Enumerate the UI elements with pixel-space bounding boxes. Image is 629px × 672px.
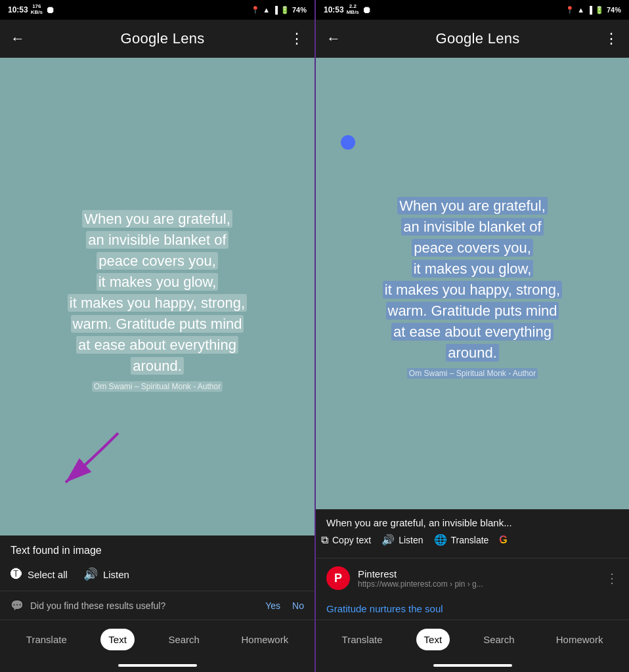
feedback-bar: 💬 Did you find these results useful? Yes… (0, 591, 314, 620)
bottom-panel-left: Text found in image 🅣 Select all 🔊 Liste… (0, 536, 314, 620)
nav-translate-right[interactable]: Translate (334, 629, 391, 650)
result-url: https://www.pinterest.com › pin › g... (358, 579, 597, 589)
selection-handle (341, 135, 355, 150)
status-bar-right: 10:53 2.2 MB/s ⏺ 📍 ▲ ▐ 🔋 74% (316, 0, 629, 20)
google-text-left: Google (120, 30, 172, 47)
back-button-left[interactable]: ← (11, 30, 25, 47)
result-menu-icon[interactable]: ⋮ (605, 570, 618, 586)
quote-highlight-3: peace covers you, (97, 252, 218, 270)
bottom-panel-right: When you are grateful, an invisible blan… (316, 509, 629, 620)
nav-homework-left[interactable]: Homework (234, 629, 297, 650)
status-left: 10:53 176 KB/s ⏺ (8, 4, 54, 16)
lens-text-left: Lens (173, 30, 205, 47)
menu-button-left[interactable]: ⋮ (290, 30, 304, 47)
select-all-button[interactable]: 🅣 Select all (11, 568, 68, 581)
status-right-right: 📍 ▲ ▐ 🔋 74% (565, 6, 621, 14)
quote-text-left: When you are grateful, an invisible blan… (68, 209, 247, 376)
data-speed-left: 176 KB/s (31, 4, 43, 16)
record-icon-left: ⏺ (45, 5, 54, 15)
copy-text-button[interactable]: ⧉ Copy text (321, 534, 371, 546)
battery-icon-left: 🔋 (280, 6, 290, 14)
status-right-left: 📍 ▲ ▐ 🔋 74% (251, 6, 307, 14)
listen-button-left[interactable]: 🔊 Listen (83, 567, 129, 581)
translate-icon-right: 🌐 (434, 534, 447, 546)
home-indicator-right (316, 659, 629, 672)
bottom-nav-right: Translate Text Search Homework (316, 620, 629, 659)
location-icon-left: 📍 (251, 6, 260, 14)
yes-button[interactable]: Yes (265, 600, 280, 611)
quote-highlight-6: warm. Gratitude puts mind (71, 315, 244, 333)
quote-highlight-4: it makes you glow, (97, 273, 219, 291)
select-all-label: Select all (28, 569, 68, 580)
lens-text-right: Lens (488, 30, 520, 47)
quote-highlight-r3: peace covers you, (412, 239, 533, 257)
right-panel: 10:53 2.2 MB/s ⏺ 📍 ▲ ▐ 🔋 74% ← Google Le… (314, 0, 629, 672)
home-indicator-left (0, 659, 314, 672)
battery-pct-right: 74% (607, 6, 621, 14)
quote-highlight-1: When you are grateful, (82, 210, 232, 228)
nav-text-left[interactable]: Text (100, 629, 135, 650)
quote-text-right: When you are grateful, an invisible blan… (383, 196, 562, 363)
text-found-bar: Text found in image (0, 536, 314, 562)
author-text-left: Om Swami – Spiritual Monk - Author (92, 382, 223, 391)
nav-search-left[interactable]: Search (160, 629, 207, 650)
quote-highlight-r2: an invisible blanket of (401, 218, 543, 236)
text-found-label: Text found in image (11, 545, 102, 556)
top-bar-right: ← Google Lens ⋮ (316, 20, 629, 58)
signal-icon-left: ▐ (272, 6, 278, 14)
record-icon-right: ⏺ (362, 5, 371, 15)
author-highlight-right: Om Swami – Spiritual Monk - Author (407, 368, 538, 379)
google-g-icon: G (499, 534, 507, 546)
menu-button-right[interactable]: ⋮ (604, 30, 618, 47)
image-area-right: When you are grateful, an invisible blan… (316, 58, 629, 509)
translate-label-right: Translate (451, 535, 489, 545)
action-bar-left: 🅣 Select all 🔊 Listen (0, 562, 314, 591)
wifi-icon-right: ▲ (577, 6, 584, 14)
translate-button-right[interactable]: 🌐 Translate (434, 534, 489, 546)
quote-highlight-7: at ease about everything (76, 336, 238, 354)
back-button-right[interactable]: ← (326, 30, 341, 47)
google-button-right[interactable]: G (499, 534, 507, 546)
top-bar-left: ← Google Lens ⋮ (0, 20, 314, 58)
location-icon-right: 📍 (565, 6, 575, 14)
copy-text-label: Copy text (332, 535, 371, 545)
bottom-nav-left: Translate Text Search Homework (0, 620, 314, 659)
nav-text-right[interactable]: Text (416, 629, 450, 650)
battery-pct-left: 74% (292, 6, 307, 14)
quote-highlight-r4: it makes you glow, (412, 260, 534, 278)
nav-indicator-left (118, 664, 197, 667)
quote-highlight-8: around. (131, 357, 184, 375)
preview-text: When you are grateful, an invisible blan… (316, 509, 629, 528)
feedback-text: Did you find these results useful? (30, 600, 253, 611)
nav-homework-right[interactable]: Homework (548, 629, 611, 650)
nav-translate-left[interactable]: Translate (18, 629, 75, 650)
author-text-right: Om Swami – Spiritual Monk - Author (407, 369, 538, 378)
data-speed-right: 2.2 MB/s (347, 4, 359, 16)
time-left: 10:53 (8, 5, 28, 14)
status-left-right: 10:53 2.2 MB/s ⏺ (324, 4, 371, 16)
listen-icon-right: 🔊 (381, 534, 395, 546)
listen-button-right[interactable]: 🔊 Listen (381, 534, 423, 546)
nav-search-right[interactable]: Search (475, 629, 523, 650)
listen-icon-left: 🔊 (83, 567, 98, 581)
feedback-icon: 💬 (11, 599, 24, 612)
gratitude-preview[interactable]: Gratitude nurtures the soul (316, 598, 629, 620)
no-button[interactable]: No (292, 600, 304, 611)
quote-highlight-r8: around. (446, 344, 499, 362)
signal-icon-right: ▐ (587, 6, 592, 14)
search-result[interactable]: P Pinterest https://www.pinterest.com › … (316, 558, 629, 598)
listen-label-right: Listen (399, 535, 423, 545)
quote-highlight-5: it makes you happy, strong, (68, 294, 247, 312)
author-highlight-left: Om Swami – Spiritual Monk - Author (92, 381, 223, 392)
wifi-icon-left: ▲ (263, 6, 270, 14)
copy-icon: ⧉ (321, 534, 328, 546)
app-title-left: Google Lens (35, 30, 290, 47)
google-text-right: Google (435, 30, 487, 47)
status-bar-left: 10:53 176 KB/s ⏺ 📍 ▲ ▐ 🔋 74% (0, 0, 314, 20)
app-title-right: Google Lens (351, 30, 604, 47)
quote-highlight-r5: it makes you happy, strong, (383, 281, 562, 299)
listen-label-left: Listen (103, 569, 129, 580)
text-icon-left: 🅣 (11, 568, 22, 581)
quote-highlight-r1: When you are grateful, (397, 197, 548, 215)
result-title: Pinterest (358, 568, 597, 579)
